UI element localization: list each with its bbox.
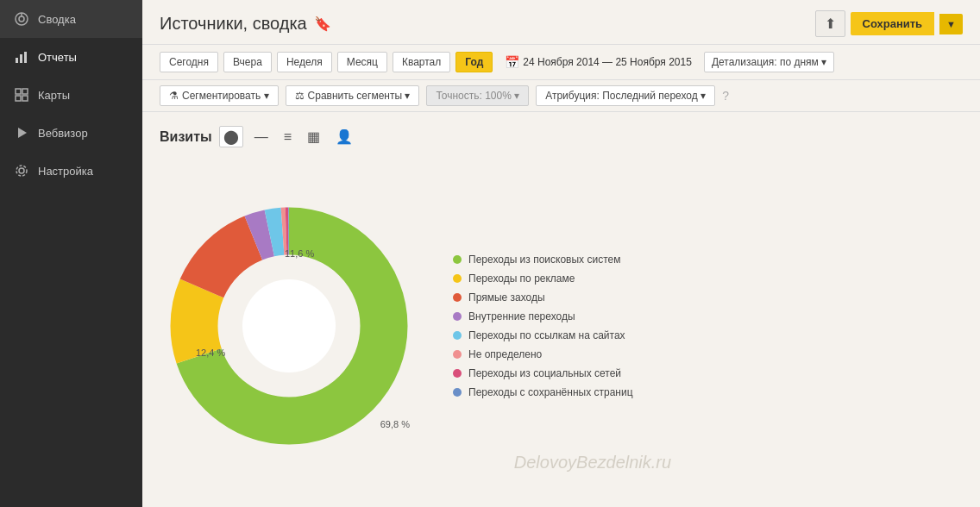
save-button[interactable]: Сохранить [851, 12, 935, 35]
period-month[interactable]: Месяц [337, 52, 387, 72]
legend-ads: Переходы по рекламе [453, 272, 633, 285]
legend-dot-social [453, 369, 462, 378]
legend-direct: Прямые заходы [453, 291, 633, 304]
legend-dot-search [453, 255, 462, 264]
grid-icon [14, 87, 29, 103]
title-row: Источники, сводка 🔖 [160, 14, 331, 34]
sidebar-label-settings: Настройка [38, 165, 93, 178]
period-quarter[interactable]: Квартал [393, 52, 450, 72]
legend-label-internal: Внутренние переходы [468, 310, 575, 322]
sidebar-label-webvisor: Вебвизор [38, 127, 88, 140]
legend-label-ads: Переходы по рекламе [468, 272, 575, 285]
sidebar-item-dashboard[interactable]: Сводка [0, 0, 142, 38]
svg-rect-8 [16, 96, 21, 101]
svg-rect-6 [16, 89, 21, 94]
legend-internal: Внутренние переходы [453, 310, 633, 322]
svg-rect-4 [20, 54, 22, 63]
chart-area: Визиты ⬤ — ≡ ▦ 👤 [142, 112, 980, 507]
svg-rect-7 [22, 89, 28, 94]
legend-label-links: Переходы по ссылкам на сайтах [468, 329, 625, 341]
svg-point-12 [16, 166, 27, 176]
label-search-percent: 69,8 % [380, 419, 410, 429]
line-view-icon[interactable]: — [250, 127, 273, 147]
sidebar-label-dashboard: Сводка [38, 13, 76, 26]
detail-select[interactable]: Детализация: по дням ▾ [704, 52, 834, 72]
legend-label-search: Переходы из поисковых систем [468, 254, 620, 266]
segment-button[interactable]: ⚗ Сегментировать ▾ [160, 85, 279, 106]
compare-icon: ⚖ [295, 90, 305, 102]
sidebar: Сводка Отчеты Карты Вебвиз [0, 0, 142, 507]
sidebar-label-maps: Карты [38, 89, 70, 102]
filter-toolbar: ⚗ Сегментировать ▾ ⚖ Сравнить сегменты ▾… [142, 80, 980, 112]
chart-container: 11,6 % 12,4 % 69,8 % Переходы из поисков… [160, 158, 963, 493]
legend-label-undefined: Не определено [468, 348, 542, 360]
filter-icon: ⚗ [169, 90, 179, 102]
sidebar-label-reports: Отчеты [38, 51, 77, 64]
play-icon [14, 125, 29, 141]
save-dropdown-button[interactable]: ▼ [939, 14, 963, 34]
legend-label-saved: Переходы с сохранённых страниц [468, 386, 633, 398]
legend-saved: Переходы с сохранённых страниц [453, 386, 633, 398]
accuracy-button[interactable]: Точность: 100% ▾ [426, 85, 529, 106]
chart-header: Визиты ⬤ — ≡ ▦ 👤 [160, 126, 963, 147]
legend-links: Переходы по ссылкам на сайтах [453, 329, 633, 341]
svg-point-11 [19, 168, 24, 173]
barchart-icon [14, 49, 29, 65]
gear-icon [14, 163, 29, 178]
period-year[interactable]: Год [455, 52, 493, 72]
label-direct-percent: 12,4 % [196, 347, 225, 358]
date-range-text: 24 Ноября 2014 — 25 Ноября 2015 [523, 56, 692, 68]
legend-label-direct: Прямые заходы [468, 291, 545, 304]
legend-dot-ads [453, 274, 462, 283]
bar-view-icon[interactable]: ▦ [303, 126, 324, 147]
sidebar-item-webvisor[interactable]: Вебвизор [0, 114, 142, 152]
page-title: Источники, сводка [160, 14, 307, 34]
help-icon[interactable]: ? [722, 89, 729, 103]
dashboard-icon [14, 11, 29, 27]
donut-view-icon[interactable]: ⬤ [219, 126, 243, 147]
legend-dot-direct [453, 293, 462, 302]
stacked-view-icon[interactable]: ≡ [280, 127, 296, 147]
sidebar-item-reports[interactable]: Отчеты [0, 38, 142, 76]
chart-legend: Переходы из поисковых систем Переходы по… [453, 254, 633, 398]
attribution-button[interactable]: Атрибуция: Последний переход ▾ [536, 85, 715, 106]
label-ads-percent: 11,6 % [285, 248, 314, 259]
svg-rect-3 [16, 58, 18, 63]
bookmark-icon[interactable]: 🔖 [314, 16, 331, 32]
svg-marker-10 [18, 128, 27, 138]
period-week[interactable]: Неделя [277, 52, 332, 72]
legend-dot-internal [453, 312, 462, 321]
calendar-icon: 📅 [505, 55, 519, 69]
legend-dot-links [453, 331, 462, 340]
legend-undefined: Не определено [453, 348, 633, 360]
export-button[interactable]: ⬆ [815, 10, 845, 37]
period-today[interactable]: Сегодня [160, 52, 218, 72]
chart-title: Визиты [160, 129, 212, 145]
donut-hole [242, 279, 336, 372]
legend-search: Переходы из поисковых систем [453, 254, 633, 266]
svg-point-1 [19, 16, 24, 22]
date-range: 📅 24 Ноября 2014 — 25 Ноября 2015 [505, 55, 692, 69]
page-header: Источники, сводка 🔖 ⬆ Сохранить ▼ [142, 0, 980, 45]
header-actions: ⬆ Сохранить ▼ [815, 10, 964, 37]
legend-social: Переходы из социальных сетей [453, 367, 633, 379]
legend-dot-undefined [453, 350, 462, 359]
legend-label-social: Переходы из социальных сетей [468, 367, 621, 379]
sidebar-item-settings[interactable]: Настройка [0, 152, 142, 190]
period-toolbar: Сегодня Вчера Неделя Месяц Квартал Год 📅… [142, 45, 980, 80]
sidebar-item-maps[interactable]: Карты [0, 76, 142, 114]
svg-rect-5 [24, 52, 27, 63]
compare-button[interactable]: ⚖ Сравнить сегменты ▾ [286, 85, 420, 106]
person-view-icon[interactable]: 👤 [331, 126, 357, 147]
svg-rect-9 [22, 96, 28, 101]
donut-chart: 11,6 % 12,4 % 69,8 % [160, 197, 418, 455]
donut-svg [160, 197, 418, 455]
main-content: Источники, сводка 🔖 ⬆ Сохранить ▼ Сегодн… [142, 0, 980, 507]
period-yesterday[interactable]: Вчера [223, 52, 272, 72]
legend-dot-saved [453, 388, 462, 397]
